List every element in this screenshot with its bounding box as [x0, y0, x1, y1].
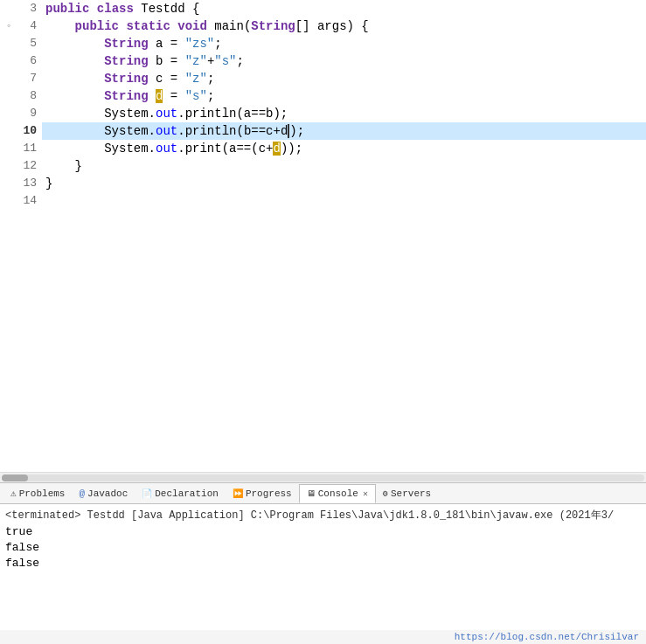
code-text-14[interactable]	[42, 192, 646, 210]
code-line-14: 14	[0, 192, 646, 210]
string-z2: "z"	[185, 72, 207, 86]
gutter-6	[0, 52, 17, 70]
line-number-13: 13	[17, 175, 42, 192]
type-string-6: String	[104, 54, 148, 68]
line-number-4: 4	[17, 17, 42, 35]
code-line-5: 5 String a = "zs";	[0, 35, 646, 52]
gutter-5	[0, 35, 17, 52]
gutter-12	[0, 157, 17, 175]
cursor	[288, 124, 289, 138]
kw-class: class	[97, 2, 134, 16]
tab-label-javadoc: Javadoc	[87, 488, 128, 499]
type-string-5: String	[104, 37, 148, 51]
code-line-3: 3public class Testdd {	[0, 0, 646, 17]
tab-declaration[interactable]: 📄 Declaration	[135, 484, 226, 503]
var-d: d	[156, 89, 163, 103]
method-out: out	[156, 124, 177, 138]
tab-javadoc[interactable]: @ Javadoc	[72, 484, 135, 503]
line-number-8: 8	[17, 87, 42, 105]
tab-servers[interactable]: ⚙ Servers	[376, 484, 438, 503]
cursor-selection: b==c+d	[244, 124, 288, 138]
tab-problems[interactable]: ⚠ Problems	[3, 484, 72, 503]
code-line-10: 10 System.out.println(b==c+d);	[0, 122, 646, 140]
code-line-9: 9 System.out.println(a==b);	[0, 105, 646, 122]
string-s2: "s"	[214, 54, 236, 68]
method-out-11: out	[156, 142, 177, 156]
footer-link[interactable]: https://blog.csdn.net/Chrisilvar	[0, 630, 646, 644]
console-run-header: <terminated> Testdd [Java Application] C…	[5, 508, 641, 523]
javadoc-icon: @	[79, 488, 85, 499]
line-number-14: 14	[17, 192, 42, 210]
console-content: <terminated> Testdd [Java Application] C…	[0, 504, 646, 630]
tab-close-console[interactable]: ✕	[363, 488, 368, 499]
console-output-line: true	[5, 524, 641, 540]
console-output-line: false	[5, 556, 641, 571]
kw-static: static	[126, 19, 170, 33]
code-line-8: 8 String d = "s";	[0, 87, 646, 105]
type-string: String	[104, 89, 148, 103]
declaration-icon: 📄	[142, 488, 152, 499]
code-line-7: 7 String c = "z";	[0, 70, 646, 87]
line-number-3: 3	[17, 0, 42, 17]
tab-label-console: Console	[318, 488, 358, 499]
code-container: 3public class Testdd {◦4 public static v…	[0, 0, 646, 472]
gutter-9	[0, 105, 17, 122]
code-lines: 3public class Testdd {◦4 public static v…	[0, 0, 646, 210]
problems-icon: ⚠	[10, 488, 17, 499]
code-text-12[interactable]: }	[42, 157, 646, 175]
gutter-7	[0, 70, 17, 87]
tab-label-problems: Problems	[19, 488, 66, 499]
scrollbar-thumb[interactable]	[2, 474, 28, 481]
line-number-6: 6	[17, 52, 42, 70]
code-text-13[interactable]: }	[42, 175, 646, 192]
console-output-line: false	[5, 540, 641, 556]
gutter-4: ◦	[0, 17, 17, 35]
horizontal-scrollbar[interactable]	[0, 472, 646, 482]
line-number-10: 10	[17, 122, 42, 140]
gutter-13	[0, 175, 17, 192]
type-string-7: String	[104, 72, 148, 86]
type-string-4: String	[251, 19, 295, 33]
string-s: "s"	[185, 89, 207, 103]
var-d-11: d	[273, 142, 280, 156]
code-line-11: 11 System.out.print(a==(c+d));	[0, 140, 646, 157]
method-out-9: out	[156, 107, 177, 121]
code-text-6[interactable]: String b = "z"+"s";	[42, 52, 646, 70]
code-text-3[interactable]: public class Testdd {	[42, 0, 646, 17]
gutter-3	[0, 0, 17, 17]
scrollbar-track[interactable]	[2, 474, 644, 481]
tab-console[interactable]: 🖥 Console✕	[299, 484, 376, 503]
line-number-11: 11	[17, 140, 42, 157]
gutter-10	[0, 122, 17, 140]
code-line-6: 6 String b = "z"+"s";	[0, 52, 646, 70]
tabs-bar: ⚠ Problems@ Javadoc📄 Declaration⏩ Progre…	[0, 483, 646, 504]
code-text-9[interactable]: System.out.println(a==b);	[42, 105, 646, 122]
code-text-7[interactable]: String c = "z";	[42, 70, 646, 87]
bottom-panel: ⚠ Problems@ Javadoc📄 Declaration⏩ Progre…	[0, 482, 646, 644]
code-text-4[interactable]: public static void main(String[] args) {	[42, 17, 646, 35]
progress-icon: ⏩	[233, 488, 243, 499]
kw-void: void	[177, 19, 207, 33]
tab-label-progress: Progress	[246, 488, 292, 499]
code-line-4: ◦4 public static void main(String[] args…	[0, 17, 646, 35]
gutter-11	[0, 140, 17, 157]
line-number-12: 12	[17, 157, 42, 175]
code-text-5[interactable]: String a = "zs";	[42, 35, 646, 52]
line-number-7: 7	[17, 70, 42, 87]
code-text-8[interactable]: String d = "s";	[42, 87, 646, 105]
code-line-13: 13}	[0, 175, 646, 192]
line-number-5: 5	[17, 35, 42, 52]
code-text-10[interactable]: System.out.println(b==c+d);	[42, 122, 646, 140]
tab-label-servers: Servers	[391, 488, 431, 499]
gutter-14	[0, 192, 17, 210]
tab-progress[interactable]: ⏩ Progress	[226, 484, 299, 503]
editor-area: 3public class Testdd {◦4 public static v…	[0, 0, 646, 482]
tab-label-declaration: Declaration	[155, 488, 219, 499]
console-icon: 🖥	[307, 488, 316, 499]
servers-icon: ⚙	[383, 488, 388, 499]
code-line-12: 12 }	[0, 157, 646, 175]
code-text-11[interactable]: System.out.print(a==(c+d));	[42, 140, 646, 157]
kw-public: public	[45, 2, 89, 16]
line-number-9: 9	[17, 105, 42, 122]
console-output: truefalsefalse	[5, 524, 641, 571]
